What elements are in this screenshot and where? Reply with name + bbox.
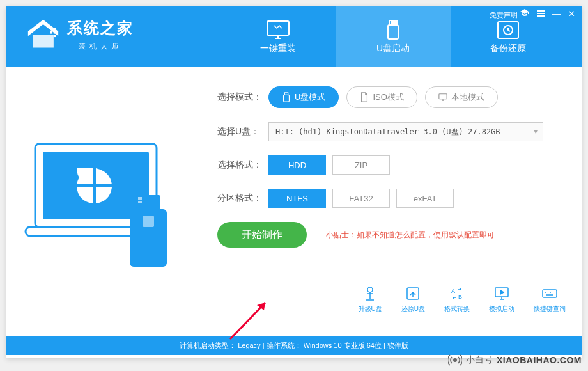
svg-rect-22 <box>143 216 154 227</box>
svg-rect-10 <box>388 25 398 39</box>
format-zip[interactable]: ZIP <box>332 155 390 175</box>
start-button[interactable]: 开始制作 <box>217 222 307 248</box>
tool-label: 还原U盘 <box>401 304 425 313</box>
close-button[interactable]: ✕ <box>568 9 575 19</box>
footer-brand-domain: XIAOBAIHAO.COM <box>497 355 582 365</box>
mode-label: 选择模式： <box>217 91 268 103</box>
footer-brand: 小白号 XIAOBAIHAO.COM <box>448 353 582 367</box>
svg-rect-19 <box>138 197 142 200</box>
tool-format-convert[interactable]: AB 格式转换 <box>444 285 470 313</box>
house-icon <box>26 19 61 51</box>
restore-usb-icon <box>405 285 421 302</box>
svg-point-26 <box>368 287 373 292</box>
partition-fat32[interactable]: FAT32 <box>332 189 390 208</box>
svg-rect-6 <box>54 31 56 34</box>
status-bar: 计算机启动类型： Legacy | 操作系统： Windows 10 专业版 6… <box>6 336 582 355</box>
usb-up-icon <box>362 285 378 302</box>
monitor-small-icon <box>438 92 447 102</box>
tool-label: 快捷键查询 <box>534 304 566 313</box>
svg-point-32 <box>454 359 456 361</box>
laptop-usb-illustration <box>22 131 182 278</box>
svg-rect-12 <box>394 22 395 23</box>
footer-brand-cn: 小白号 <box>466 354 493 366</box>
partition-label: 分区格式： <box>217 193 268 204</box>
brand-subtitle: 装机大师 <box>67 40 134 51</box>
usb-icon <box>282 92 291 102</box>
svg-rect-20 <box>138 201 142 203</box>
tool-hotkey-lookup[interactable]: 快捷键查询 <box>534 285 566 313</box>
brand-title: 系统之家 <box>67 18 134 38</box>
app-window: 免责声明 — ✕ 系统之家 装机大师 <box>6 6 582 358</box>
play-monitor-icon <box>493 285 510 302</box>
mode-label-text: ISO模式 <box>373 91 403 103</box>
udisk-dropdown[interactable]: H:I: (hd1) KingstonDataTraveler 3.0 (U盘)… <box>268 122 543 141</box>
usb-drive-icon <box>380 19 406 41</box>
partition-exfat[interactable]: exFAT <box>396 189 454 208</box>
row-partition: 分区格式： NTFS FAT32 exFAT <box>217 189 556 208</box>
title-bar: 免责声明 — ✕ 系统之家 装机大师 <box>6 6 582 67</box>
svg-rect-4 <box>54 28 56 31</box>
logo: 系统之家 装机大师 <box>26 18 134 51</box>
svg-rect-24 <box>284 95 290 102</box>
keyboard-icon <box>541 285 558 302</box>
tab-label: 备份还原 <box>490 43 526 54</box>
convert-icon: AB <box>449 285 465 302</box>
main-tabs: 一键重装 U盘启动 备份还原 <box>220 6 566 67</box>
format-label: 选择格式： <box>217 159 268 171</box>
udisk-label: 选择U盘： <box>217 126 268 138</box>
row-format: 选择格式： HDD ZIP <box>217 155 556 175</box>
tool-upgrade-usb[interactable]: 升级U盘 <box>359 285 382 313</box>
partition-ntfs[interactable]: NTFS <box>268 189 326 208</box>
svg-rect-25 <box>439 94 447 99</box>
row-start: 开始制作 小贴士：如果不知道怎么配置，使用默认配置即可 <box>217 222 556 248</box>
tip-text: 小贴士：如果不知道怎么配置，使用默认配置即可 <box>326 230 495 241</box>
tab-backup-restore[interactable]: 备份还原 <box>451 6 566 67</box>
tab-reinstall[interactable]: 一键重装 <box>220 6 336 67</box>
tool-label: 格式转换 <box>444 304 470 313</box>
tool-label: 升级U盘 <box>359 304 382 313</box>
monitor-icon <box>265 19 291 41</box>
tool-simulate-boot[interactable]: 模拟启动 <box>489 285 514 313</box>
tab-label: 一键重装 <box>260 43 296 54</box>
mode-label-text: U盘模式 <box>295 91 325 103</box>
annotation-arrow <box>224 291 281 342</box>
svg-text:A: A <box>451 288 455 294</box>
file-icon <box>360 92 369 102</box>
mode-usb[interactable]: U盘模式 <box>268 86 339 108</box>
mode-iso[interactable]: ISO模式 <box>346 86 417 108</box>
row-udisk: 选择U盘： H:I: (hd1) KingstonDataTraveler 3.… <box>217 122 556 141</box>
form: 选择模式： U盘模式 ISO模式 本地模式 选择U盘： H:I: (hd1) K… <box>217 86 556 248</box>
svg-rect-3 <box>50 28 52 31</box>
tab-label: U盘启动 <box>376 43 410 54</box>
svg-rect-11 <box>391 22 392 23</box>
svg-rect-8 <box>267 21 289 35</box>
svg-rect-31 <box>543 290 557 297</box>
mode-local[interactable]: 本地模式 <box>425 86 498 108</box>
content-area: 选择模式： U盘模式 ISO模式 本地模式 选择U盘： H:I: (hd1) K… <box>6 67 582 336</box>
svg-rect-5 <box>50 31 52 34</box>
bottom-tools: 升级U盘 还原U盘 AB 格式转换 模拟启动 快捷键查询 <box>359 285 566 313</box>
broadcast-icon <box>448 353 462 367</box>
restore-icon <box>495 19 521 41</box>
tab-usb-boot[interactable]: U盘启动 <box>336 6 451 67</box>
tool-label: 模拟启动 <box>489 304 514 313</box>
mode-label-text: 本地模式 <box>451 91 484 103</box>
tool-restore-usb[interactable]: 还原U盘 <box>401 285 425 313</box>
svg-text:B: B <box>458 294 462 300</box>
format-hdd[interactable]: HDD <box>268 155 326 175</box>
row-mode: 选择模式： U盘模式 ISO模式 本地模式 <box>217 86 556 108</box>
svg-rect-7 <box>54 35 56 37</box>
